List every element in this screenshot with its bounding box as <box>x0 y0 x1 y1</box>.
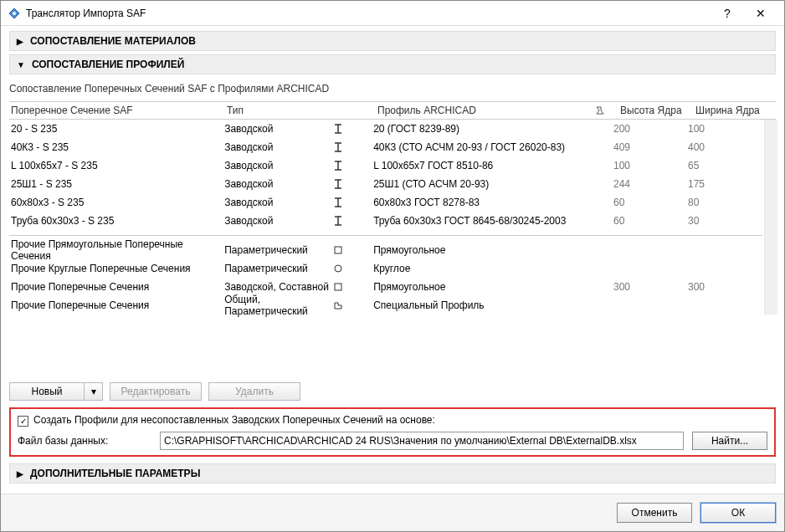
shape-icon <box>332 178 373 190</box>
shape-icon <box>332 123 373 135</box>
cell-profile: 40К3 (СТО АСЧМ 20-93 / ГОСТ 26020-83) <box>373 141 588 153</box>
cell-saf: L 100x65x7 - S 235 <box>9 160 224 171</box>
svg-rect-3 <box>335 284 341 290</box>
section-profiles-label: СОПОСТАВЛЕНИЕ ПРОФИЛЕЙ <box>32 59 184 70</box>
ok-button[interactable]: ОК <box>700 503 776 523</box>
cell-width: 400 <box>688 141 762 153</box>
table-body: 20 - S 235Заводской20 (ГОСТ 8239-89)2001… <box>9 120 776 315</box>
profiles-description: Сопоставление Поперечных Сечений SAF с П… <box>9 78 776 101</box>
row-separator <box>9 235 762 236</box>
cell-saf: 40К3 - S 235 <box>9 141 224 153</box>
cell-type: Заводской <box>224 197 332 208</box>
cell-type: Заводской <box>224 141 332 153</box>
section-extra-label: ДОПОЛНИТЕЛЬНЫЕ ПАРАМЕТРЫ <box>30 468 200 479</box>
cell-width: 30 <box>688 215 762 227</box>
shape-icon <box>332 244 373 256</box>
cell-height: 100 <box>613 160 688 171</box>
cell-profile: Круглое <box>373 263 588 274</box>
cell-saf: 25Ш1 - S 235 <box>9 178 224 190</box>
table-row[interactable]: Прочие Круглые Поперечные СеченияПарамет… <box>9 259 762 278</box>
cell-profile: 60x80x3 ГОСТ 8278-83 <box>373 197 588 208</box>
table-row[interactable]: 20 - S 235Заводской20 (ГОСТ 8239-89)2001… <box>9 120 762 138</box>
window-title: Транслятор Импорта SAF <box>26 8 711 19</box>
chevron-right-icon: ▶ <box>17 469 23 478</box>
cell-type: Параметрический <box>224 263 332 274</box>
cell-type: Общий, Параметрический <box>224 294 332 317</box>
create-profiles-checkbox[interactable] <box>18 416 28 427</box>
table-row[interactable]: Труба 60х30х3 - S 235ЗаводскойТруба 60х3… <box>9 212 762 230</box>
col-profile[interactable]: Профиль ARCHICAD <box>377 105 595 116</box>
shape-icon <box>332 197 373 208</box>
table-row[interactable]: Прочие Прямоугольные Поперечные СеченияП… <box>9 241 762 259</box>
create-profiles-label: Создать Профили для несопоставленных Зав… <box>33 414 435 426</box>
db-path-input[interactable]: C:\GRAPHISOFT\ARCHICAD\ARCHICAD 24 RUS\З… <box>160 432 684 450</box>
cell-type: Параметрический <box>224 244 332 256</box>
svg-rect-1 <box>335 247 341 253</box>
cell-type: Заводской <box>224 215 332 227</box>
col-type[interactable]: Тип <box>227 105 336 116</box>
table-row[interactable]: L 100x65x7 - S 235ЗаводскойL 100x65x7 ГО… <box>9 156 762 175</box>
cell-type: Заводской, Составной <box>224 281 332 293</box>
cell-saf: Труба 60х30х3 - S 235 <box>9 215 224 227</box>
cell-saf: 20 - S 235 <box>9 123 224 135</box>
cell-saf: Прочие Поперечные Сечения <box>9 299 224 311</box>
cell-profile: Прямоугольное <box>373 244 588 256</box>
cell-width: 300 <box>688 281 762 293</box>
table-row[interactable]: 25Ш1 - S 235Заводской25Ш1 (СТО АСЧМ 20-9… <box>9 175 762 193</box>
cell-profile: 25Ш1 (СТО АСЧМ 20-93) <box>373 178 588 190</box>
cell-height: 60 <box>613 197 688 208</box>
titlebar: Транслятор Импорта SAF ? ✕ <box>1 1 784 26</box>
col-height[interactable]: Высота Ядра <box>620 105 695 116</box>
section-materials-label: СОПОСТАВЛЕНИЕ МАТЕРИАЛОВ <box>30 35 196 47</box>
cell-height: 200 <box>613 123 688 135</box>
cancel-button[interactable]: Отменить <box>617 503 692 523</box>
cell-width: 80 <box>688 197 762 208</box>
cell-height: 409 <box>613 141 688 153</box>
table-header: Поперечное Сечение SAF Тип Профиль ARCHI… <box>9 101 776 120</box>
cell-profile: Труба 60х30х3 ГОСТ 8645-68/30245-2003 <box>373 215 588 227</box>
cell-type: Заводской <box>224 160 332 171</box>
shape-icon <box>332 215 373 227</box>
dialog-footer: Отменить ОК <box>1 494 784 531</box>
col-pin[interactable] <box>595 105 620 115</box>
cell-width: 100 <box>688 123 762 135</box>
col-width[interactable]: Ширина Ядра <box>695 105 771 116</box>
chevron-right-icon: ▶ <box>17 37 23 46</box>
shape-icon <box>332 160 373 171</box>
cell-type: Заводской <box>224 178 332 190</box>
section-materials[interactable]: ▶ СОПОСТАВЛЕНИЕ МАТЕРИАЛОВ <box>9 31 776 51</box>
table-row[interactable]: 40К3 - S 235Заводской40К3 (СТО АСЧМ 20-9… <box>9 138 762 156</box>
table-row[interactable]: Прочие Поперечные СеченияЗаводской, Сост… <box>9 278 762 296</box>
cell-type: Заводской <box>224 123 332 135</box>
svg-point-0 <box>13 12 16 15</box>
cell-width: 65 <box>688 160 762 171</box>
section-extra[interactable]: ▶ ДОПОЛНИТЕЛЬНЫЕ ПАРАМЕТРЫ <box>9 463 776 483</box>
edit-button[interactable]: Редактировать <box>110 382 202 401</box>
cell-saf: 60x80x3 - S 235 <box>9 197 224 208</box>
shape-icon <box>332 141 373 153</box>
table-row[interactable]: 60x80x3 - S 235Заводской60x80x3 ГОСТ 827… <box>9 193 762 212</box>
cell-height: 300 <box>613 281 688 293</box>
table-row[interactable]: Прочие Поперечные СеченияОбщий, Параметр… <box>9 296 762 315</box>
db-file-label: Файл базы данных: <box>18 435 151 447</box>
scrollbar[interactable] <box>764 120 777 315</box>
col-saf[interactable]: Поперечное Сечение SAF <box>9 105 227 116</box>
svg-point-2 <box>335 265 341 272</box>
delete-button[interactable]: Удалить <box>208 382 300 401</box>
cell-saf: Прочие Круглые Поперечные Сечения <box>9 263 224 274</box>
help-button[interactable]: ? <box>711 7 744 20</box>
action-buttons: Новый ▾ Редактировать Удалить <box>9 376 776 407</box>
app-icon <box>8 7 21 20</box>
shape-icon <box>332 263 373 274</box>
browse-button[interactable]: Найти... <box>692 432 767 450</box>
cell-saf: Прочие Прямоугольные Поперечные Сечения <box>9 238 224 262</box>
new-button-dropdown[interactable]: ▾ <box>85 382 103 401</box>
chevron-down-icon: ▼ <box>17 60 25 69</box>
new-button[interactable]: Новый <box>9 382 85 401</box>
close-button[interactable]: ✕ <box>744 7 777 20</box>
section-profiles[interactable]: ▼ СОПОСТАВЛЕНИЕ ПРОФИЛЕЙ <box>9 54 776 74</box>
cell-height: 60 <box>613 215 688 227</box>
cell-profile: L 100x65x7 ГОСТ 8510-86 <box>373 160 588 171</box>
cell-width: 175 <box>688 178 762 190</box>
highlighted-options: Создать Профили для несопоставленных Зав… <box>9 407 776 457</box>
